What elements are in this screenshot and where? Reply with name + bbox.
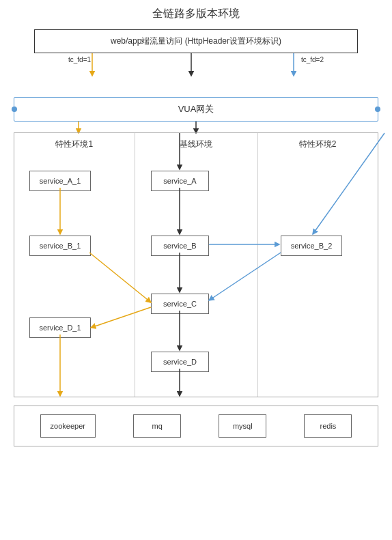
col-divider-1 <box>135 133 135 397</box>
service-c-box: service_C <box>151 294 209 314</box>
service-d-box: service_D <box>151 352 209 372</box>
bottom-box-mysql: mysql <box>219 414 266 438</box>
col1-title: 特性环境1 <box>14 139 135 150</box>
service-b1-box: service_B_1 <box>29 236 91 256</box>
gateway-dot-left <box>12 106 17 112</box>
diagram-container: 全链路多版本环境 web/app端流量访问 (HttpHeader设置环境标识)… <box>0 0 392 540</box>
gateway-row: VUA网关 <box>14 97 378 122</box>
bottom-area: zookeeper mq mysql redis <box>14 406 378 446</box>
gateway-down-arrow <box>14 122 378 132</box>
gateway-dot-right <box>375 106 380 112</box>
service-b2-box: service_B_2 <box>281 236 342 256</box>
col2-title: 基线环境 <box>135 139 258 150</box>
top-arrows-svg <box>27 53 365 78</box>
service-b-box: service_B <box>151 236 209 256</box>
service-a1-box: service_A_1 <box>29 171 91 191</box>
bottom-box-mq: mq <box>133 414 181 438</box>
svg-line-10 <box>89 253 151 302</box>
col-divider-2 <box>257 133 258 397</box>
service-d1-box: service_D_1 <box>29 317 91 338</box>
col3-title: 特性环境2 <box>257 139 378 150</box>
gateway-box: VUA网关 <box>14 97 378 122</box>
bottom-box-zookeeper: zookeeper <box>40 414 96 438</box>
page-title: 全链路多版本环境 <box>7 7 385 21</box>
bottom-box-redis: redis <box>304 414 352 438</box>
top-box: web/app端流量访问 (HttpHeader设置环境标识) <box>34 29 358 53</box>
svg-line-11 <box>91 307 151 328</box>
main-area: 特性环境1 基线环境 特性环境2 service_A_1 service_B_1… <box>14 132 378 397</box>
svg-line-15 <box>209 253 281 300</box>
service-a-box: service_A <box>151 171 209 191</box>
